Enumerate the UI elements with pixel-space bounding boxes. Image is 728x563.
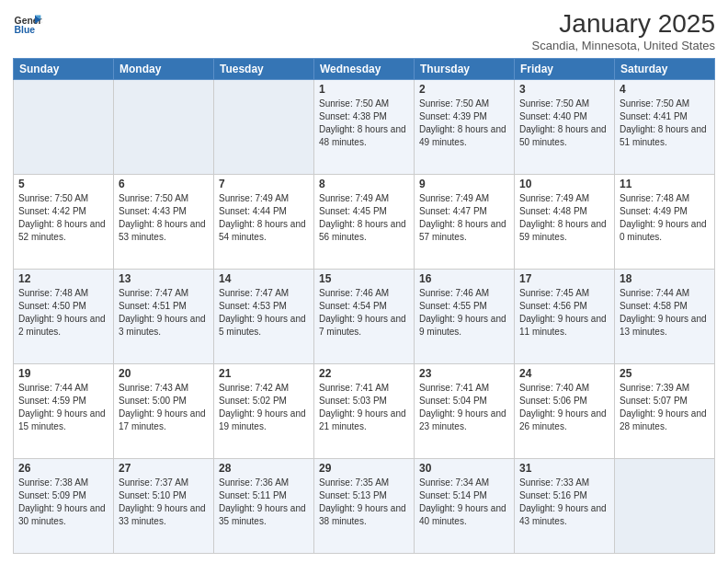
calendar-page: General Blue January 2025 Scandia, Minne… xyxy=(0,0,728,563)
calendar-cell: 24Sunrise: 7:40 AMSunset: 5:06 PMDayligh… xyxy=(515,364,615,459)
calendar-cell: 23Sunrise: 7:41 AMSunset: 5:04 PMDayligh… xyxy=(415,364,515,459)
day-number: 26 xyxy=(18,462,108,475)
week-row-3: 12Sunrise: 7:48 AMSunset: 4:50 PMDayligh… xyxy=(14,270,715,364)
calendar-cell: 8Sunrise: 7:49 AMSunset: 4:45 PMDaylight… xyxy=(314,175,415,270)
calendar-cell xyxy=(114,80,214,175)
calendar-cell xyxy=(214,80,314,175)
day-info: Sunrise: 7:46 AMSunset: 4:54 PMDaylight:… xyxy=(319,287,409,339)
day-number: 19 xyxy=(18,367,108,380)
day-number: 28 xyxy=(219,462,309,475)
calendar-cell: 26Sunrise: 7:38 AMSunset: 5:09 PMDayligh… xyxy=(14,459,114,554)
day-info: Sunrise: 7:43 AMSunset: 5:00 PMDaylight:… xyxy=(119,382,209,433)
day-info: Sunrise: 7:39 AMSunset: 5:07 PMDaylight:… xyxy=(620,382,710,433)
day-number: 2 xyxy=(419,83,509,96)
day-info: Sunrise: 7:49 AMSunset: 4:47 PMDaylight:… xyxy=(419,192,509,244)
day-info: Sunrise: 7:42 AMSunset: 5:02 PMDaylight:… xyxy=(219,382,309,433)
month-title: January 2025 xyxy=(532,9,715,39)
week-row-1: 1Sunrise: 7:50 AMSunset: 4:38 PMDaylight… xyxy=(14,80,715,175)
calendar-cell: 20Sunrise: 7:43 AMSunset: 5:00 PMDayligh… xyxy=(114,364,214,459)
week-row-5: 26Sunrise: 7:38 AMSunset: 5:09 PMDayligh… xyxy=(14,459,715,554)
day-info: Sunrise: 7:49 AMSunset: 4:45 PMDaylight:… xyxy=(319,192,409,244)
calendar-table: SundayMondayTuesdayWednesdayThursdayFrid… xyxy=(13,58,715,554)
weekday-saturday: Saturday xyxy=(615,59,715,80)
day-info: Sunrise: 7:50 AMSunset: 4:38 PMDaylight:… xyxy=(319,98,409,149)
calendar-cell: 27Sunrise: 7:37 AMSunset: 5:10 PMDayligh… xyxy=(114,459,214,554)
day-info: Sunrise: 7:46 AMSunset: 4:55 PMDaylight:… xyxy=(419,287,509,339)
day-info: Sunrise: 7:47 AMSunset: 4:51 PMDaylight:… xyxy=(119,287,209,339)
calendar-cell xyxy=(615,459,715,554)
calendar-cell xyxy=(14,80,114,175)
calendar-cell: 17Sunrise: 7:45 AMSunset: 4:56 PMDayligh… xyxy=(515,270,615,364)
day-info: Sunrise: 7:33 AMSunset: 5:16 PMDaylight:… xyxy=(519,477,609,528)
day-number: 10 xyxy=(519,178,609,190)
calendar-cell: 31Sunrise: 7:33 AMSunset: 5:16 PMDayligh… xyxy=(515,459,615,554)
day-info: Sunrise: 7:34 AMSunset: 5:14 PMDaylight:… xyxy=(419,477,509,528)
generalblue-logo-icon: General Blue xyxy=(13,9,42,39)
day-info: Sunrise: 7:50 AMSunset: 4:41 PMDaylight:… xyxy=(620,98,710,149)
day-number: 3 xyxy=(519,83,609,96)
day-info: Sunrise: 7:50 AMSunset: 4:39 PMDaylight:… xyxy=(419,98,509,149)
day-info: Sunrise: 7:50 AMSunset: 4:43 PMDaylight:… xyxy=(119,192,209,244)
day-number: 13 xyxy=(119,272,209,285)
day-info: Sunrise: 7:35 AMSunset: 5:13 PMDaylight:… xyxy=(319,477,409,528)
title-area: January 2025 Scandia, Minnesota, United … xyxy=(532,9,715,52)
weekday-thursday: Thursday xyxy=(415,59,515,80)
calendar-cell: 19Sunrise: 7:44 AMSunset: 4:59 PMDayligh… xyxy=(14,364,114,459)
week-row-2: 5Sunrise: 7:50 AMSunset: 4:42 PMDaylight… xyxy=(14,175,715,270)
day-number: 18 xyxy=(620,272,710,285)
weekday-friday: Friday xyxy=(515,59,615,80)
day-info: Sunrise: 7:38 AMSunset: 5:09 PMDaylight:… xyxy=(18,477,108,528)
location-title: Scandia, Minnesota, United States xyxy=(532,39,715,52)
calendar-cell: 12Sunrise: 7:48 AMSunset: 4:50 PMDayligh… xyxy=(14,270,114,364)
calendar-cell: 10Sunrise: 7:49 AMSunset: 4:48 PMDayligh… xyxy=(515,175,615,270)
day-number: 9 xyxy=(419,178,509,190)
calendar-cell: 14Sunrise: 7:47 AMSunset: 4:53 PMDayligh… xyxy=(214,270,314,364)
day-number: 23 xyxy=(419,367,509,380)
day-number: 8 xyxy=(319,178,409,190)
day-info: Sunrise: 7:50 AMSunset: 4:40 PMDaylight:… xyxy=(519,98,609,149)
day-number: 31 xyxy=(519,462,609,475)
calendar-cell: 18Sunrise: 7:44 AMSunset: 4:58 PMDayligh… xyxy=(615,270,715,364)
day-info: Sunrise: 7:36 AMSunset: 5:11 PMDaylight:… xyxy=(219,477,309,528)
day-info: Sunrise: 7:41 AMSunset: 5:04 PMDaylight:… xyxy=(419,382,509,433)
calendar-cell: 5Sunrise: 7:50 AMSunset: 4:42 PMDaylight… xyxy=(14,175,114,270)
calendar-cell: 15Sunrise: 7:46 AMSunset: 4:54 PMDayligh… xyxy=(314,270,415,364)
weekday-wednesday: Wednesday xyxy=(314,59,415,80)
weekday-monday: Monday xyxy=(114,59,214,80)
calendar-cell: 9Sunrise: 7:49 AMSunset: 4:47 PMDaylight… xyxy=(415,175,515,270)
day-number: 30 xyxy=(419,462,509,475)
day-number: 15 xyxy=(319,272,409,285)
day-number: 4 xyxy=(620,83,710,96)
day-number: 29 xyxy=(319,462,409,475)
calendar-cell: 29Sunrise: 7:35 AMSunset: 5:13 PMDayligh… xyxy=(314,459,415,554)
calendar-cell: 28Sunrise: 7:36 AMSunset: 5:11 PMDayligh… xyxy=(214,459,314,554)
day-info: Sunrise: 7:48 AMSunset: 4:50 PMDaylight:… xyxy=(18,287,108,339)
day-number: 21 xyxy=(219,367,309,380)
day-info: Sunrise: 7:44 AMSunset: 4:59 PMDaylight:… xyxy=(18,382,108,433)
calendar-cell: 7Sunrise: 7:49 AMSunset: 4:44 PMDaylight… xyxy=(214,175,314,270)
day-number: 5 xyxy=(18,178,108,190)
calendar-cell: 4Sunrise: 7:50 AMSunset: 4:41 PMDaylight… xyxy=(615,80,715,175)
weekday-header-row: SundayMondayTuesdayWednesdayThursdayFrid… xyxy=(14,59,715,80)
weekday-tuesday: Tuesday xyxy=(214,59,314,80)
day-number: 12 xyxy=(18,272,108,285)
day-number: 1 xyxy=(319,83,409,96)
calendar-cell: 11Sunrise: 7:48 AMSunset: 4:49 PMDayligh… xyxy=(615,175,715,270)
calendar-cell: 22Sunrise: 7:41 AMSunset: 5:03 PMDayligh… xyxy=(314,364,415,459)
day-number: 14 xyxy=(219,272,309,285)
day-number: 22 xyxy=(319,367,409,380)
day-number: 17 xyxy=(519,272,609,285)
calendar-cell: 25Sunrise: 7:39 AMSunset: 5:07 PMDayligh… xyxy=(615,364,715,459)
day-info: Sunrise: 7:41 AMSunset: 5:03 PMDaylight:… xyxy=(319,382,409,433)
header: General Blue January 2025 Scandia, Minne… xyxy=(13,9,715,52)
svg-text:Blue: Blue xyxy=(15,25,36,35)
day-info: Sunrise: 7:47 AMSunset: 4:53 PMDaylight:… xyxy=(219,287,309,339)
day-info: Sunrise: 7:50 AMSunset: 4:42 PMDaylight:… xyxy=(18,192,108,244)
calendar-cell: 13Sunrise: 7:47 AMSunset: 4:51 PMDayligh… xyxy=(114,270,214,364)
day-number: 24 xyxy=(519,367,609,380)
day-number: 7 xyxy=(219,178,309,190)
day-number: 16 xyxy=(419,272,509,285)
calendar-cell: 1Sunrise: 7:50 AMSunset: 4:38 PMDaylight… xyxy=(314,80,415,175)
day-info: Sunrise: 7:48 AMSunset: 4:49 PMDaylight:… xyxy=(620,192,710,244)
day-number: 27 xyxy=(119,462,209,475)
